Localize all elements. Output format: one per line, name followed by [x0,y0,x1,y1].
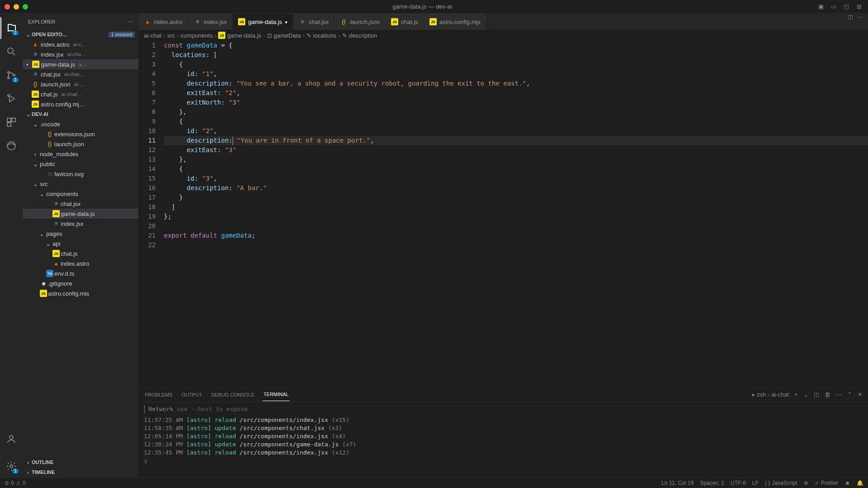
tree-item[interactable]: JSgame-data.js [23,209,138,219]
editor-tab[interactable]: ▲index.astro [138,14,189,30]
tree-item[interactable]: ⌄pages [23,229,138,239]
extensions-icon[interactable] [0,111,22,133]
close-panel-icon[interactable]: ✕ [858,391,863,398]
tree-item[interactable]: {}extensions.json [23,129,138,139]
editor-tab[interactable]: JSchat.js [386,14,424,30]
code-content[interactable]: const gameData = { locations: [ { id: "1… [164,41,868,387]
tab-bar: ▲index.astro⚛index.jsxJSgame-data.js●⚛ch… [138,14,868,30]
open-editor-item[interactable]: ⚛chat.jsxai-chat… [23,69,138,79]
search-icon[interactable] [0,41,22,62]
open-editor-item[interactable]: ⚛index.jsxai-cha… [23,49,138,59]
open-editor-item[interactable]: {}launch.jsonai-… [23,79,138,89]
edge-icon[interactable] [0,135,22,157]
status-errors[interactable]: ⊘ 0 ⚠ 0 [5,480,25,486]
status-feedback-icon[interactable]: ☻ [844,480,850,486]
tree-item[interactable]: ⌄.vscode [23,119,138,129]
panel-tabs: PROBLEMS OUTPUT DEBUG CONSOLE TERMINAL ▸… [138,387,868,402]
timeline-header[interactable]: › TIMELINE [23,467,138,477]
source-control-icon[interactable]: 1 [0,64,22,86]
status-eol[interactable]: LF [752,480,758,486]
tree-item[interactable]: ⌄components [23,189,138,199]
maximize-window[interactable] [23,4,28,10]
settings-icon[interactable]: 1 [0,455,22,477]
split-terminal-icon[interactable]: ◫ [814,391,819,398]
editor-tab[interactable]: ⚛chat.jsx [293,14,334,30]
status-spaces[interactable]: Spaces: 2 [700,480,724,486]
breadcrumb[interactable]: ai-chat› src› components› JS game-data.j… [138,30,868,41]
kill-terminal-icon[interactable]: 🗑 [825,391,830,398]
open-editor-item[interactable]: JSastro.config.mj… [23,99,138,109]
tree-item[interactable]: ◆.gitignore [23,278,138,288]
svg-rect-6 [12,118,15,122]
folder-header[interactable]: ⌄ DEV-AI [23,109,138,119]
close-window[interactable] [5,4,10,10]
tree-item[interactable]: TSenv.d.ts [23,268,138,278]
outline-header[interactable]: › OUTLINE [23,457,138,467]
editor-tab[interactable]: JSgame-data.js● [233,14,293,30]
tree-item[interactable]: ›node_modules [23,149,138,159]
status-language[interactable]: { } JavaScript [765,480,797,486]
sidebar-header: EXPLORER ⋯ [23,14,138,29]
sidebar-more-icon[interactable]: ⋯ [127,18,133,25]
status-copilot-icon[interactable]: ⊚ [804,480,808,486]
line-numbers: 12345678910111213141516171819202122 [138,41,164,387]
tree-item[interactable]: JSchat.js [23,249,138,258]
open-editor-item[interactable]: JSchat.jsai-chat/… [23,89,138,99]
tree-item[interactable]: ◇favicon.svg [23,169,138,179]
editor-tab[interactable]: ⚛index.jsx [189,14,233,30]
tree-item[interactable]: JSastro.config.mis [23,288,138,298]
terminal-selector[interactable]: ▸ zsh - ai-chat [752,391,789,398]
terminal-content[interactable]: Network use --host to expose 11:57:25 AM… [138,402,868,477]
title-bar: game-data.js — dev-ai ▣ ▭ ◫ ⊞ [0,0,868,14]
status-position[interactable]: Ln 11, Col 19 [662,480,694,486]
svg-rect-5 [7,118,11,122]
tab-problems[interactable]: PROBLEMS [144,388,173,401]
code-editor[interactable]: 12345678910111213141516171819202122 cons… [138,41,868,387]
tab-terminal[interactable]: TERMINAL [262,388,290,401]
toggle-panel-icon[interactable]: ▣ [816,2,825,11]
new-terminal-icon[interactable]: + [794,391,798,398]
svg-point-2 [8,77,10,79]
tree-item[interactable]: ⌄public [23,159,138,169]
file-tree: ⌄.vscode {}extensions.json {}launch.json… [23,119,138,457]
tree-item[interactable]: ▲index.astro [23,258,138,268]
editor-tab[interactable]: JSastro.config.mjs [424,14,486,30]
tab-actions: ◫ ⋯ [843,14,868,29]
open-editors-list: ▲index.astroai-c…⚛index.jsxai-cha…JSgame… [23,39,138,109]
terminal-more-icon[interactable]: ⋯ [836,391,842,398]
tree-item[interactable]: ⚛index.jsx [23,219,138,229]
split-editor-icon[interactable]: ◫ [848,14,853,29]
status-encoding[interactable]: UTF-8 [730,480,746,486]
network-hint: use --host to expose [177,405,248,413]
open-editors-header[interactable]: ⌄ OPEN EDITO… 1 unsaved [23,29,138,39]
svg-point-4 [8,95,10,96]
maximize-panel-icon[interactable]: ⌃ [847,391,852,398]
open-editor-item[interactable]: JSgame-data.jsa… [23,59,138,69]
svg-point-0 [8,48,13,53]
svg-point-1 [8,72,10,73]
scm-badge: 1 [12,77,19,82]
explorer-icon[interactable]: 1 [0,17,22,39]
toggle-sidebar-icon[interactable]: ▭ [829,2,838,11]
tree-item[interactable]: {}launch.json [23,139,138,149]
unsaved-badge: 1 unsaved [109,32,135,38]
open-editor-item[interactable]: ▲index.astroai-c… [23,39,138,49]
debug-icon[interactable] [0,88,22,110]
status-bell-icon[interactable]: 🔔 [857,480,863,486]
window-title: game-data.js — dev-ai [28,3,816,10]
editor-tab[interactable]: {}launch.json [334,14,386,30]
layout-icon[interactable]: ◫ [842,2,851,11]
tab-debug-console[interactable]: DEBUG CONSOLE [210,388,255,401]
activity-bar: 1 1 1 [0,14,23,477]
tab-output[interactable]: OUTPUT [181,388,203,401]
customize-layout-icon[interactable]: ⊞ [854,2,863,11]
tree-item[interactable]: ⌄api [23,239,138,249]
status-prettier[interactable]: Prettier [815,480,839,486]
terminal-dropdown-icon[interactable]: ⌄ [803,391,808,398]
more-actions-icon[interactable]: ⋯ [858,14,863,29]
chevron-down-icon: ⌄ [24,111,32,118]
minimize-window[interactable] [14,4,19,10]
tree-item[interactable]: ⌄src [23,179,138,189]
tree-item[interactable]: ⚛chat.jsx [23,199,138,209]
account-icon[interactable] [0,428,22,450]
